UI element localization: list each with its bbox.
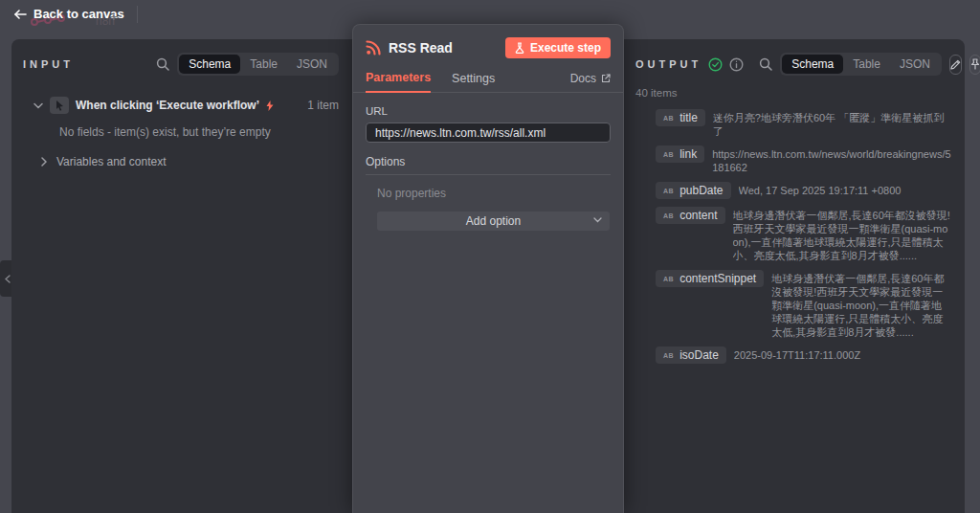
string-type-icon: AB	[663, 212, 674, 219]
input-panel-header: INPUT Schema Table JSON	[11, 39, 352, 76]
output-field-row: AB content 地球身邊潛伏著一個鄰居,長達60年都沒被發現!西班牙天文學…	[656, 207, 951, 262]
new-tab-button[interactable]: +	[105, 9, 122, 26]
url-input[interactable]	[366, 123, 611, 143]
tab-table[interactable]: Table	[843, 55, 890, 74]
field-value: https://news.ltn.com.tw/news/world/break…	[712, 145, 951, 174]
tab-schema[interactable]: Schema	[782, 55, 843, 74]
manual-trigger-node-icon	[50, 97, 69, 114]
tab-parameters[interactable]: Parameters	[366, 71, 431, 93]
output-panel-header: OUTPUT Schema Table JSON	[624, 39, 965, 76]
execute-step-label: Execute step	[530, 41, 601, 55]
input-panel-title: INPUT	[23, 58, 74, 70]
string-type-icon: AB	[663, 276, 674, 282]
external-link-icon	[601, 74, 611, 83]
node-parameters: URL Options No properties Add option	[353, 93, 623, 231]
success-check-icon	[708, 57, 723, 72]
output-items-count: 40 items	[635, 87, 965, 99]
output-panel: OUTPUT Schema Table JSON	[624, 39, 965, 513]
variables-and-context-label: Variables and context	[56, 155, 167, 168]
field-name: content	[679, 209, 717, 222]
field-name: link	[679, 147, 697, 161]
field-value: 迷你月亮?地球旁潛伏60年 「匿蹤」準衛星被抓到了	[713, 109, 951, 138]
search-icon[interactable]	[156, 57, 169, 71]
tab-json[interactable]: JSON	[890, 55, 940, 74]
rss-icon	[366, 40, 381, 56]
trigger-node-row[interactable]: When clicking ‘Execute workflow’ 1 item	[33, 97, 339, 114]
chevron-right-icon	[41, 157, 47, 167]
node-tabs: Parameters Settings Docs	[353, 70, 623, 93]
field-pill-link[interactable]: AB link	[656, 145, 704, 163]
tab-settings[interactable]: Settings	[452, 72, 495, 92]
add-option-label: Add option	[466, 214, 521, 228]
bolt-icon	[266, 100, 274, 111]
string-type-icon: AB	[663, 188, 674, 194]
field-value: 地球身邊潛伏著一個鄰居,長達60年都沒被發現!西班牙天文學家最近發現一顆準衛星(…	[771, 270, 951, 339]
field-value: 地球身邊潛伏著一個鄰居,長達60年都沒被發現!西班牙天文學家最近發現一顆準衛星(…	[733, 207, 952, 262]
output-field-row: AB title 迷你月亮?地球旁潛伏60年 「匿蹤」準衛星被抓到了	[656, 109, 951, 138]
topbar-divider	[137, 6, 138, 23]
top-bar: n8n Back to canvas +	[0, 0, 980, 27]
output-field-row: AB link https://news.ltn.com.tw/news/wor…	[656, 145, 951, 174]
docs-link[interactable]: Docs	[570, 72, 611, 92]
field-name: contentSnippet	[679, 272, 756, 285]
node-header: RSS Read Execute step	[353, 25, 623, 58]
options-section-label: Options	[366, 155, 611, 175]
variables-and-context-row[interactable]: Variables and context	[41, 155, 339, 168]
add-option-dropdown[interactable]: Add option	[377, 212, 610, 231]
field-pill-title[interactable]: AB title	[656, 109, 705, 126]
trigger-node-label: When clicking ‘Execute workflow’	[76, 99, 259, 112]
string-type-icon: AB	[663, 352, 674, 359]
input-panel: INPUT Schema Table JSON When clicking ‘E…	[11, 39, 352, 513]
output-display-mode-tabs: Schema Table JSON	[780, 53, 942, 76]
chevron-down-icon[interactable]	[33, 102, 43, 109]
back-arrow-icon	[13, 9, 27, 20]
tab-json[interactable]: JSON	[287, 55, 337, 74]
input-item-count: 1 item	[307, 99, 339, 112]
output-schema-fields: AB title 迷你月亮?地球旁潛伏60年 「匿蹤」準衛星被抓到了 AB li…	[656, 109, 951, 364]
tab-table[interactable]: Table	[240, 55, 287, 74]
search-icon[interactable]	[759, 57, 772, 71]
input-empty-message: No fields - item(s) exist, but they’re e…	[59, 125, 339, 139]
docs-label: Docs	[570, 72, 596, 85]
output-field-row: AB isoDate 2025-09-17T11:17:11.000Z	[656, 346, 951, 364]
field-value: Wed, 17 Sep 2025 19:17:11 +0800	[739, 182, 952, 197]
field-pill-content[interactable]: AB content	[656, 207, 725, 224]
pin-data-button[interactable]	[969, 55, 980, 75]
string-type-icon: AB	[663, 115, 674, 122]
string-type-icon: AB	[663, 151, 674, 158]
field-pill-contentsnippet[interactable]: AB contentSnippet	[656, 270, 764, 287]
options-empty-message: No properties	[377, 187, 611, 200]
output-field-row: AB pubDate Wed, 17 Sep 2025 19:17:11 +08…	[656, 182, 951, 199]
url-field-label: URL	[366, 105, 611, 117]
edit-output-button[interactable]	[949, 55, 962, 75]
tab-schema[interactable]: Schema	[179, 55, 240, 74]
node-title: RSS Read	[389, 40, 498, 56]
field-value: 2025-09-17T11:17:11.000Z	[734, 346, 951, 362]
flask-icon	[515, 42, 524, 54]
input-display-mode-tabs: Schema Table JSON	[177, 53, 339, 76]
info-icon[interactable]	[729, 57, 744, 72]
field-name: title	[679, 111, 698, 124]
field-pill-pubdate[interactable]: AB pubDate	[656, 182, 731, 199]
output-field-row: AB contentSnippet 地球身邊潛伏著一個鄰居,長達60年都沒被發現…	[656, 270, 951, 339]
field-name: isoDate	[679, 348, 719, 362]
field-pill-isodate[interactable]: AB isoDate	[656, 346, 726, 364]
field-name: pubDate	[679, 184, 723, 197]
node-details-panel: RSS Read Execute step Parameters Setting…	[352, 24, 624, 513]
output-panel-title: OUTPUT	[635, 58, 702, 70]
execute-step-button[interactable]: Execute step	[505, 37, 611, 58]
chevron-down-icon	[593, 217, 602, 223]
